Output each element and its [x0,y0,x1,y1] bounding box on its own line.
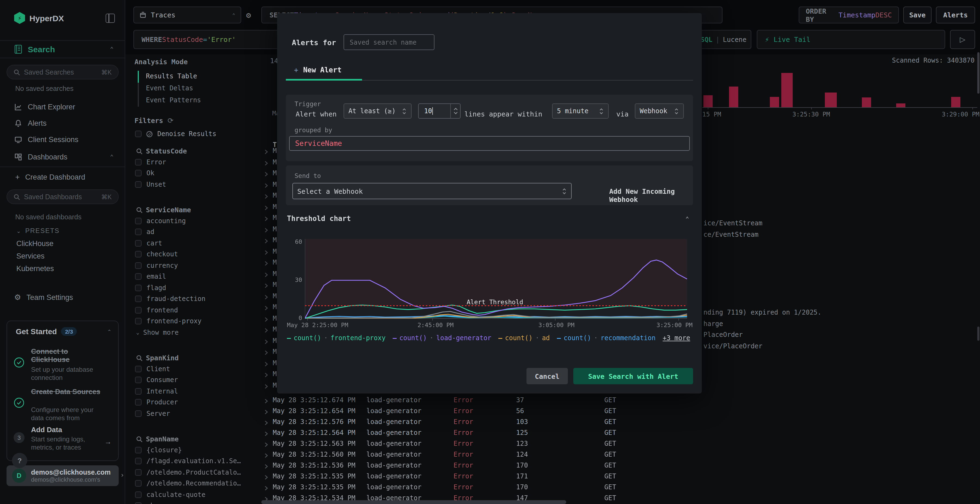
checkbox[interactable] [135,170,142,176]
expand-row-icon[interactable] [264,249,269,257]
checkbox[interactable] [135,307,142,313]
filter-item[interactable]: currency [135,262,178,269]
table-row-clipped[interactable]: M [261,192,277,201]
filter-item[interactable]: frontend [135,306,178,314]
expand-row-icon[interactable] [264,350,269,357]
table-row-clipped[interactable]: M [261,381,277,391]
table-row-clipped[interactable]: M [261,247,277,257]
chevron-right-icon[interactable]: › [120,471,124,479]
table-row-clipped[interactable]: M [261,337,277,346]
checkbox[interactable] [135,410,142,417]
create-dashboard-button[interactable]: + Create Dashboard [15,173,85,181]
checkbox[interactable] [135,240,142,246]
filter-item[interactable]: Server [135,410,170,417]
filter-item[interactable]: fraud-detection [135,295,205,303]
table-row[interactable]: May 28 3:25:12.654 PM load-generator Err… [261,406,980,417]
table-row-clipped[interactable]: M [261,225,277,234]
table-row-clipped[interactable]: M [261,326,277,335]
filter-group-spankind[interactable]: SpanKind [136,354,178,362]
vertical-scrollbar[interactable] [977,52,980,94]
table-row-clipped[interactable]: M [261,203,277,212]
add-webhook-button[interactable]: Add New Incoming Webhook [609,187,693,204]
presets-toggle[interactable]: ⌄ PRESETS [16,227,60,235]
table-row-clipped[interactable]: M [261,169,277,178]
legend-item[interactable]: —count()·recommendation [557,334,655,342]
analysis-tab-results-table[interactable]: Results Table [146,72,197,80]
number-stepper[interactable] [450,104,460,118]
sidebar-item-kubernetes[interactable]: Kubernetes [16,264,54,273]
table-row[interactable]: May 28 3:25:12.563 PM load-generator Err… [261,439,980,450]
saved-search-name-input[interactable]: Saved search name [344,34,435,50]
checkbox[interactable] [135,469,142,475]
checkbox[interactable] [135,273,142,280]
sidebar-item-client-sessions[interactable]: Client Sessions [14,135,78,144]
expand-row-icon[interactable] [264,260,269,268]
filter-item[interactable]: Error [135,158,166,166]
expand-row-icon[interactable] [264,338,269,346]
checkbox[interactable] [135,458,142,464]
filter-item[interactable]: /oteldemo.Recommendatio… [135,480,241,487]
checkbox[interactable] [135,480,142,487]
horizontal-scrollbar[interactable] [261,500,566,504]
threshold-value-input[interactable]: 10 [418,103,461,119]
table-row-clipped[interactable]: M [261,147,277,156]
live-tail-button[interactable]: ⚡ Live Tail [757,30,945,49]
filter-group-spanname[interactable]: SpanName [136,435,178,443]
table-row-clipped[interactable]: M [261,303,277,312]
filter-item[interactable]: checkout [135,250,178,258]
table-row-clipped[interactable]: M [261,292,277,301]
checkbox[interactable] [135,447,142,453]
checkbox[interactable] [135,377,142,383]
collapse-chart-icon[interactable]: ⌃ [686,216,689,223]
expand-row-icon[interactable] [264,485,269,493]
expand-row-icon[interactable] [264,171,269,178]
filter-item[interactable]: ad [135,228,154,236]
saved-dashboards-input[interactable]: Saved Dashboards ⌘K [6,189,119,204]
checkbox[interactable] [135,159,142,165]
sidebar-item-team-settings[interactable]: ⚙ Team Settings [14,293,73,302]
denoise-checkbox[interactable] [135,130,142,137]
table-row-clipped[interactable]: M [261,259,277,268]
sidebar-item-services[interactable]: Services [16,252,45,260]
checkbox[interactable] [135,399,142,405]
sidebar-item-chart-explorer[interactable]: Chart Explorer [14,103,75,111]
expand-row-icon[interactable] [264,294,269,301]
checkbox[interactable] [135,285,142,291]
order-by-input[interactable]: ORDER BY Timestamp DESC [799,6,899,24]
filter-item[interactable]: /flagd.evaluation.v1.Se… [135,457,241,465]
filter-item[interactable]: change [135,502,170,504]
scrollbar-thumb[interactable] [977,327,980,341]
gear-icon[interactable]: ⚙ [246,10,251,20]
table-row[interactable]: May 28 3:25:12.536 PM load-generator Err… [261,461,980,471]
source-select[interactable]: Traces ⌃ [134,6,241,24]
refresh-icon[interactable]: ⟳ [167,116,173,125]
sidebar-item-alerts[interactable]: Alerts [14,119,46,127]
table-row[interactable]: May 28 3:25:12.535 PM load-generator Err… [261,482,980,493]
expand-row-icon[interactable] [264,193,269,201]
checkbox[interactable] [135,181,142,188]
filter-item[interactable]: Client [135,365,170,372]
expand-row-icon[interactable] [264,420,269,427]
checkbox[interactable] [135,366,142,372]
tab-new-alert[interactable]: + New Alert [294,66,342,74]
analysis-tab-event-patterns[interactable]: Event Patterns [146,96,201,104]
denoise-row[interactable]: Denoise Results [135,130,216,138]
table-row[interactable]: May 28 3:25:12.535 PM load-generator Err… [261,471,980,482]
chevron-up-icon[interactable]: ⌃ [110,46,113,53]
table-row-clipped[interactable]: M [261,348,277,357]
legend-more[interactable]: +3 more [663,334,690,342]
channel-select[interactable]: Webhook [635,103,684,119]
filter-item[interactable]: Producer [135,398,178,406]
checkbox[interactable] [135,388,142,394]
play-button[interactable]: ▷ [950,30,975,49]
expand-row-icon[interactable] [264,182,269,190]
webhook-select[interactable]: Select a Webhook [293,183,572,199]
table-row[interactable]: May 28 3:25:12.576 PM load-generator Err… [261,417,980,428]
sidebar-item-clickhouse[interactable]: ClickHouse [16,240,54,248]
table-row-clipped[interactable]: M [261,370,277,379]
checkbox[interactable] [135,229,142,235]
show-more-button[interactable]: ⌄Show more [136,329,178,336]
table-row-clipped[interactable]: M [261,180,277,190]
expand-row-icon[interactable] [264,216,269,223]
chevron-up-icon[interactable]: ⌃ [107,329,111,334]
